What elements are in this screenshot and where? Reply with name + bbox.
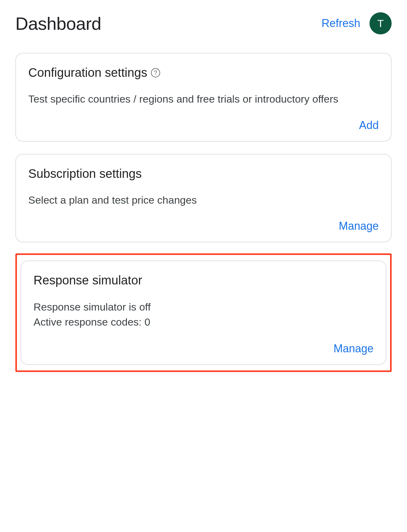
header: Dashboard Refresh T (15, 12, 392, 34)
card-action-row: Add (28, 119, 379, 132)
card-action-row: Manage (34, 342, 373, 355)
card-title-row: Response simulator (34, 273, 373, 287)
response-simulator-card-title: Response simulator (34, 273, 142, 287)
response-simulator-codes-line: Active response codes: 0 (34, 315, 373, 330)
avatar[interactable]: T (369, 12, 392, 34)
help-icon[interactable]: ? (151, 68, 160, 77)
configuration-add-button[interactable]: Add (359, 119, 379, 132)
header-actions: Refresh T (322, 12, 392, 34)
response-simulator-status-line: Response simulator is off (34, 299, 373, 315)
response-simulator-highlight: Response simulator Response simulator is… (15, 253, 392, 372)
response-simulator-manage-button[interactable]: Manage (334, 342, 373, 355)
card-title-row: Subscription settings (28, 167, 379, 181)
subscription-manage-button[interactable]: Manage (339, 220, 379, 233)
response-simulator-card: Response simulator Response simulator is… (21, 260, 386, 365)
card-title-row: Configuration settings ? (28, 66, 379, 80)
subscription-settings-card: Subscription settings Select a plan and … (15, 154, 392, 243)
page-title: Dashboard (15, 13, 101, 34)
subscription-card-title: Subscription settings (28, 167, 142, 181)
configuration-settings-card: Configuration settings ? Test specific c… (15, 53, 392, 142)
configuration-card-title: Configuration settings (28, 66, 147, 80)
refresh-button[interactable]: Refresh (322, 17, 360, 30)
response-simulator-status: Response simulator is off Active respons… (34, 299, 373, 330)
configuration-card-description: Test specific countries / regions and fr… (28, 92, 379, 107)
subscription-card-description: Select a plan and test price changes (28, 193, 379, 208)
card-action-row: Manage (28, 220, 379, 233)
